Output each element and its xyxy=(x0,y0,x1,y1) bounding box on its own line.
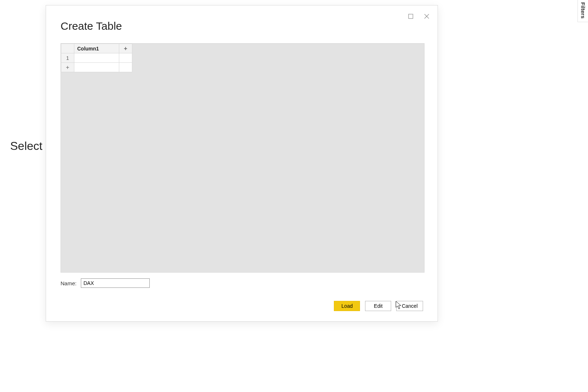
add-column-button[interactable]: + xyxy=(119,44,132,53)
dialog-title: Create Table xyxy=(61,20,122,32)
table-grid-area[interactable]: Column1 + 1 + xyxy=(61,43,425,273)
close-button[interactable] xyxy=(423,13,430,21)
edit-button[interactable]: Edit xyxy=(365,301,391,311)
table-grid[interactable]: Column1 + 1 + xyxy=(61,44,132,72)
grid-cell-empty xyxy=(119,53,132,63)
create-table-dialog: Create Table Column1 + 1 + Name: Load xyxy=(46,5,438,322)
grid-cell-empty xyxy=(119,63,132,72)
svg-rect-0 xyxy=(409,14,413,19)
row-header[interactable]: 1 xyxy=(61,53,74,63)
cancel-button[interactable]: Cancel xyxy=(396,301,423,311)
filters-panel-label: Filters xyxy=(580,0,586,19)
grid-cell-empty xyxy=(74,63,119,72)
name-input[interactable] xyxy=(81,278,150,288)
grid-corner-cell[interactable] xyxy=(61,44,74,53)
grid-cell[interactable] xyxy=(74,53,119,63)
close-icon xyxy=(424,13,430,21)
add-row-button[interactable]: + xyxy=(61,63,74,72)
column-header[interactable]: Column1 xyxy=(74,44,119,53)
maximize-button[interactable] xyxy=(407,13,414,21)
maximize-icon xyxy=(408,13,414,21)
load-button[interactable]: Load xyxy=(334,301,360,311)
filters-panel-tab[interactable]: Filters xyxy=(577,0,588,22)
name-label: Name: xyxy=(61,280,76,286)
